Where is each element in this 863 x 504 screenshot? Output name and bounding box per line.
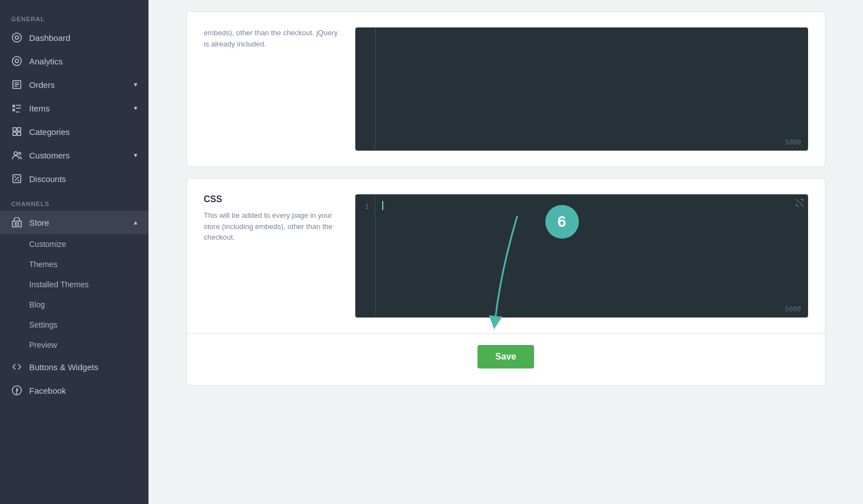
expand-icon[interactable] [796, 199, 804, 208]
svg-rect-15 [12, 221, 21, 227]
svg-point-3 [15, 59, 18, 63]
svg-point-1 [15, 36, 18, 39]
sidebar-item-categories-label: Categories [29, 127, 70, 137]
sidebar-item-discounts[interactable]: Discounts [0, 167, 149, 190]
css-code-card: CSS This will be added to every page in … [187, 178, 825, 386]
sidebar-item-customers-label: Customers [29, 151, 70, 160]
svg-rect-16 [15, 223, 18, 225]
css-card-row: CSS This will be added to every page in … [187, 179, 825, 334]
sidebar-sub-item-customize-label: Customize [29, 240, 66, 249]
sidebar-item-buttons-widgets-label: Buttons & Widgets [29, 362, 98, 372]
store-chevron-icon: ▴ [134, 218, 137, 226]
sidebar-sub-item-preview-label: Preview [29, 340, 57, 349]
sidebar-sub-item-preview[interactable]: Preview [0, 335, 149, 355]
cursor-line [382, 201, 801, 210]
sidebar-item-buttons-widgets[interactable]: Buttons & Widgets [0, 355, 149, 379]
orders-chevron-icon: ▾ [134, 81, 137, 88]
sidebar-sub-item-settings-label: Settings [29, 320, 58, 329]
js-editor-wrapper: 5000 [355, 27, 808, 151]
sidebar-item-facebook-label: Facebook [29, 386, 66, 395]
channels-section-label: CHANNELS [0, 190, 149, 211]
sidebar-item-store[interactable]: Store ▴ [0, 211, 149, 234]
sidebar-sub-item-themes-label: Themes [29, 260, 58, 269]
sidebar-item-items-label: Items [29, 104, 50, 113]
tooltip-circle: 6 [545, 205, 579, 239]
items-icon [11, 102, 22, 114]
tooltip-number: 6 [558, 213, 567, 231]
sidebar-item-orders-label: Orders [29, 80, 55, 90]
store-icon [11, 217, 22, 228]
sidebar-item-items[interactable]: Items ▾ [0, 96, 149, 120]
sidebar-item-analytics-label: Analytics [29, 57, 63, 66]
sidebar-item-discounts-label: Discounts [29, 174, 66, 184]
sidebar-item-dashboard[interactable]: Dashboard [0, 26, 149, 49]
svg-point-2 [12, 57, 21, 66]
sidebar-sub-item-blog[interactable]: Blog [0, 295, 149, 315]
items-chevron-icon: ▾ [134, 104, 137, 112]
code-icon [11, 361, 22, 372]
sidebar: GENERAL Dashboard Analytics Orders ▾ Ite… [0, 0, 149, 504]
js-line-numbers [355, 27, 375, 151]
js-code-editor[interactable]: 5000 [355, 27, 808, 151]
sidebar-item-orders[interactable]: Orders ▾ [0, 73, 149, 96]
sidebar-sub-item-installed-themes[interactable]: Installed Themes [0, 274, 149, 295]
svg-rect-8 [13, 128, 16, 131]
sidebar-item-analytics[interactable]: Analytics [0, 49, 149, 73]
js-description: embeds), other than the checkout. jQuery… [204, 27, 338, 151]
svg-rect-10 [13, 132, 16, 136]
sidebar-item-dashboard-label: Dashboard [29, 33, 70, 43]
sidebar-sub-item-themes[interactable]: Themes [0, 254, 149, 274]
sidebar-sub-item-settings[interactable]: Settings [0, 315, 149, 335]
css-line-number-1: 1 [365, 202, 369, 211]
sidebar-sub-item-customize[interactable]: Customize [0, 234, 149, 254]
css-char-count: 5000 [785, 305, 801, 313]
orders-icon [11, 79, 22, 90]
svg-point-12 [14, 152, 17, 155]
svg-point-13 [18, 152, 21, 155]
facebook-icon [11, 385, 22, 396]
svg-rect-11 [17, 132, 21, 136]
customers-chevron-icon: ▾ [134, 151, 137, 159]
sidebar-sub-item-installed-themes-label: Installed Themes [29, 280, 89, 289]
save-button[interactable]: Save [477, 345, 534, 368]
css-title: CSS [204, 194, 338, 204]
sidebar-item-store-label: Store [29, 218, 49, 227]
discounts-icon [11, 173, 22, 184]
css-description: CSS This will be added to every page in … [204, 194, 338, 318]
sidebar-item-categories[interactable]: Categories [0, 120, 149, 143]
css-editor-wrapper: 1 5000 [355, 194, 808, 318]
css-code-editor[interactable]: 1 5000 [355, 194, 808, 318]
sidebar-item-facebook[interactable]: Facebook [0, 379, 149, 402]
css-description-text: This will be added to every page in your… [204, 210, 338, 243]
sidebar-sub-item-blog-label: Blog [29, 300, 45, 309]
js-char-count: 5000 [785, 138, 801, 146]
dashboard-icon [11, 32, 22, 43]
css-code-content[interactable] [375, 194, 808, 318]
sidebar-item-customers[interactable]: Customers ▾ [0, 143, 149, 167]
js-description-text: embeds), other than the checkout. jQuery… [204, 27, 338, 49]
js-code-content[interactable] [375, 27, 808, 151]
save-area: 6 Save [187, 334, 825, 385]
main-content: embeds), other than the checkout. jQuery… [149, 0, 863, 504]
customers-icon [11, 150, 22, 161]
text-cursor [382, 201, 383, 210]
js-card-row: embeds), other than the checkout. jQuery… [187, 12, 825, 166]
svg-rect-9 [17, 128, 21, 131]
analytics-icon [11, 55, 22, 67]
svg-point-0 [12, 33, 21, 42]
general-section-label: GENERAL [0, 6, 149, 26]
categories-icon [11, 126, 22, 137]
css-line-numbers: 1 [355, 194, 375, 318]
js-code-card: embeds), other than the checkout. jQuery… [187, 11, 825, 167]
